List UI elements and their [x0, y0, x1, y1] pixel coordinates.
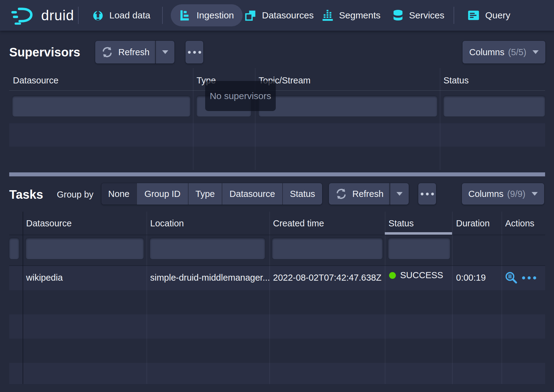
nav-item-label: Datasources: [262, 10, 314, 21]
group-by-datasource-button[interactable]: Datasource: [222, 183, 283, 205]
column-divider: [440, 68, 440, 170]
datasources-icon: [245, 10, 256, 21]
status-success-dot: [389, 272, 396, 279]
horizontal-scrollbar[interactable]: [9, 172, 545, 176]
ingestion-icon: [179, 10, 191, 21]
sort-indicator: [385, 232, 452, 235]
more-icon: [522, 276, 525, 279]
supervisors-more-button[interactable]: [185, 41, 203, 63]
column-header-created-time[interactable]: Created time: [273, 218, 324, 229]
column-divider: [193, 68, 193, 170]
group-by-type-button[interactable]: Type: [189, 183, 222, 205]
datasource-filter-input[interactable]: [26, 238, 144, 259]
nav-item-label: Query: [485, 10, 510, 21]
nav-item-label: Ingestion: [197, 10, 234, 21]
filter-row-divider: [9, 265, 545, 266]
nav-item-segments[interactable]: Segments: [322, 0, 380, 31]
table-row: [9, 123, 545, 147]
more-icon: [188, 51, 201, 54]
query-icon: [467, 10, 480, 21]
task-duration-cell[interactable]: 0:00:19: [456, 273, 486, 283]
task-created-time-cell[interactable]: 2022-08-02T07:42:47.638Z: [273, 273, 381, 283]
nav-divider: [162, 7, 163, 24]
column-header-datasource[interactable]: Datasource: [26, 218, 72, 229]
datasource-filter-input[interactable]: [12, 96, 190, 117]
segments-icon: [322, 10, 334, 21]
druid-logo-text: druid: [41, 7, 74, 24]
columns-label: Columns: [469, 47, 504, 57]
column-divider: [22, 212, 23, 384]
druid-logo-icon: [11, 6, 36, 25]
refresh-label: Refresh: [118, 47, 150, 57]
group-by-button-group: None Group ID Type Datasource Status: [101, 183, 322, 205]
nav-item-query[interactable]: Query: [467, 0, 510, 31]
location-filter-input[interactable]: [150, 238, 265, 259]
status-filter-input[interactable]: [443, 96, 545, 117]
nav-item-datasources[interactable]: Datasources: [245, 0, 314, 31]
nav-divider: [454, 7, 454, 24]
supervisors-title: Supervisors: [9, 45, 80, 59]
top-navbar: druid Load data Ingestion Datasources: [0, 0, 554, 31]
columns-label: Columns: [468, 189, 503, 199]
group-by-status-button[interactable]: Status: [283, 183, 322, 205]
empty-state-message: No supervisors: [205, 81, 276, 111]
task-datasource-cell[interactable]: wikipedia: [26, 273, 63, 283]
nav-item-label: Services: [409, 10, 444, 21]
column-header-datasource[interactable]: Datasource: [13, 75, 58, 86]
refresh-icon: [335, 188, 347, 200]
columns-count: (9/9): [507, 189, 525, 199]
columns-count: (5/5): [508, 47, 526, 57]
table-row: [9, 363, 545, 384]
column-header-duration[interactable]: Duration: [456, 218, 490, 229]
header-divider: [9, 235, 545, 235]
refresh-icon: [101, 46, 113, 58]
task-actions-button[interactable]: [522, 276, 536, 279]
column-header-actions[interactable]: Actions: [505, 218, 534, 229]
topic-stream-filter-input[interactable]: [259, 96, 437, 117]
column-header-status[interactable]: Status: [443, 75, 469, 86]
tasks-refresh-dropdown-button[interactable]: [390, 183, 409, 205]
nav-item-ingestion[interactable]: Ingestion: [171, 4, 243, 26]
column-divider: [146, 212, 147, 384]
column-divider: [269, 212, 270, 384]
task-id-filter-input[interactable]: [9, 238, 19, 259]
column-header-status[interactable]: Status: [388, 218, 414, 229]
column-divider: [501, 212, 502, 384]
nav-item-label: Segments: [339, 10, 380, 21]
column-divider: [452, 212, 453, 384]
header-divider: [9, 90, 545, 91]
table-row: [9, 314, 545, 339]
group-by-none-button[interactable]: None: [101, 183, 137, 205]
more-icon: [421, 193, 434, 195]
group-by-label: Group by: [57, 190, 93, 200]
nav-item-label: Load data: [109, 10, 150, 21]
status-badge: SUCCESS: [400, 270, 443, 280]
tasks-columns-button[interactable]: Columns (9/9): [462, 183, 544, 205]
magnifier-text-icon: [504, 271, 518, 285]
created-time-filter-input[interactable]: [272, 238, 383, 259]
supervisors-refresh-button[interactable]: Refresh: [95, 41, 155, 63]
supervisors-refresh-dropdown-button[interactable]: [155, 41, 174, 63]
group-by-group-id-button[interactable]: Group ID: [137, 183, 189, 205]
services-icon: [392, 10, 404, 21]
chevron-down-icon: [532, 192, 538, 196]
chevron-down-icon: [162, 50, 168, 54]
tasks-more-button[interactable]: [418, 183, 436, 205]
tasks-refresh-button[interactable]: Refresh: [329, 183, 390, 205]
nav-item-load-data[interactable]: Load data: [92, 0, 150, 31]
chevron-down-icon: [396, 192, 403, 196]
task-status-cell[interactable]: SUCCESS: [389, 270, 443, 280]
supervisors-columns-button[interactable]: Columns (5/5): [462, 41, 545, 63]
tasks-title: Tasks: [9, 188, 43, 202]
druid-logo[interactable]: druid: [11, 0, 74, 31]
chevron-down-icon: [533, 50, 539, 54]
upload-icon: [92, 10, 104, 21]
refresh-label: Refresh: [352, 189, 384, 199]
status-filter-input[interactable]: [388, 238, 450, 259]
nav-divider: [78, 7, 79, 24]
column-header-location[interactable]: Location: [150, 218, 184, 229]
column-divider: [385, 212, 385, 384]
nav-item-services[interactable]: Services: [392, 0, 444, 31]
task-location-cell[interactable]: simple-druid-middlemanager...: [150, 273, 270, 283]
task-detail-button[interactable]: [504, 271, 518, 286]
